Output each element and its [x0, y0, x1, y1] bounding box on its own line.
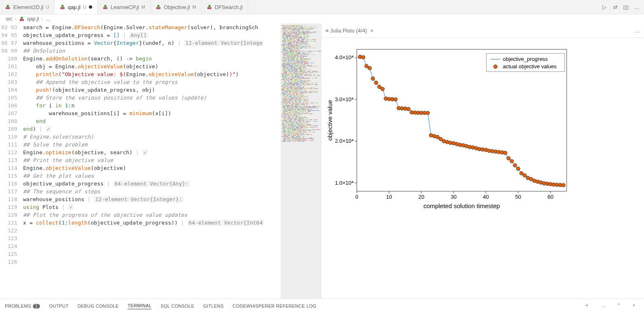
panel-close-icon[interactable]: × [632, 303, 639, 309]
svg-point-69 [520, 172, 523, 175]
svg-text:objective value: objective value [326, 100, 333, 141]
more-icon[interactable]: … [635, 28, 640, 34]
svg-point-25 [377, 85, 381, 89]
svg-point-0 [6, 7, 8, 9]
svg-point-24 [374, 81, 378, 85]
svg-point-44 [439, 137, 443, 141]
svg-point-43 [436, 135, 439, 139]
panel-tab-output[interactable]: OUTPUT [49, 304, 68, 308]
svg-point-22 [368, 66, 372, 70]
panel-tab-terminal[interactable]: TERMINAL [128, 303, 151, 309]
svg-point-14 [208, 5, 210, 7]
tab-qap-jl[interactable]: qap.jlU [55, 0, 98, 14]
panel-tab-debug-console[interactable]: DEBUG CONSOLE [77, 304, 119, 308]
split-editor-icon[interactable]: ▯▯ [623, 4, 629, 10]
svg-point-1 [8, 7, 10, 9]
svg-point-70 [523, 174, 527, 177]
svg-point-12 [207, 7, 209, 9]
chart: 01020304050601.0×10⁴2.0×10⁴3.0×10⁴4.0×10… [324, 41, 575, 214]
svg-point-17 [21, 17, 23, 19]
panel-maximize-icon[interactable]: ⌃ [617, 303, 623, 309]
svg-text:20: 20 [418, 194, 424, 200]
more-icon[interactable]: … [633, 4, 640, 10]
svg-point-5 [61, 5, 63, 7]
crumb-0[interactable]: src [6, 16, 12, 22]
svg-point-64 [503, 151, 507, 155]
run-icon[interactable]: ▷ [601, 4, 608, 10]
modified-dot-icon [89, 5, 92, 9]
tab-actions: ▷ ⇄ ▯▯ … [601, 4, 644, 10]
crumb-2[interactable]: … [46, 16, 51, 22]
svg-point-11 [157, 5, 159, 7]
svg-point-110 [494, 65, 498, 69]
breadcrumb[interactable]: src › qap.jl › … [0, 14, 644, 23]
minimap[interactable] [281, 23, 321, 299]
svg-point-40 [426, 111, 430, 115]
svg-text:completed solution timestep: completed solution timestep [423, 202, 500, 209]
svg-point-66 [510, 159, 514, 163]
plots-panel-title: ≡ Julia Plots (4/4) [325, 28, 367, 34]
svg-text:0: 0 [355, 194, 358, 200]
close-icon[interactable]: × [370, 28, 374, 34]
svg-text:50: 50 [515, 194, 521, 200]
svg-point-7 [105, 7, 107, 9]
code-editor[interactable]: 92 93 94 95 96 97 98 99 100 101 102 103 … [0, 23, 321, 299]
svg-text:40: 40 [483, 194, 489, 200]
svg-point-2 [7, 5, 9, 7]
panel-tab-gitlens[interactable]: GITLENS [203, 304, 223, 308]
svg-point-30 [394, 97, 398, 101]
diff-icon[interactable]: ⇄ [612, 4, 618, 10]
svg-point-4 [63, 7, 65, 9]
svg-point-68 [516, 167, 520, 171]
tab-dfsearch-jl[interactable]: DFSearch.jl [202, 0, 248, 14]
panel-more-icon[interactable]: … [601, 303, 608, 309]
svg-text:3.0×10⁴: 3.0×10⁴ [335, 96, 353, 102]
tab-element2d-jl[interactable]: Element2D.jlU [0, 0, 55, 14]
svg-point-10 [158, 7, 160, 9]
plots-panel: ≡ Julia Plots (4/4) × … 01020304050601.0… [321, 23, 644, 299]
svg-point-9 [156, 7, 158, 9]
svg-text:30: 30 [451, 194, 456, 200]
svg-text:60: 60 [548, 194, 553, 200]
new-terminal-icon[interactable]: + [586, 303, 592, 309]
svg-point-16 [22, 19, 24, 21]
svg-text:objective_progress: objective_progress [503, 56, 548, 62]
panel-tabs: PROBLEMS1OUTPUTDEBUG CONSOLETERMINALSQL … [0, 299, 644, 313]
svg-text:10: 10 [386, 194, 392, 200]
svg-text:2.0×10⁴: 2.0×10⁴ [335, 138, 353, 144]
svg-point-67 [513, 164, 517, 167]
svg-point-3 [60, 7, 62, 9]
svg-text:actual objective values: actual objective values [503, 63, 557, 70]
panel-tab-codewhisperer-reference-log[interactable]: CODEWHISPERER REFERENCE LOG [232, 304, 316, 308]
svg-point-13 [209, 7, 212, 9]
panel-tab-problems[interactable]: PROBLEMS1 [5, 304, 40, 308]
svg-point-21 [365, 64, 368, 68]
svg-point-82 [562, 183, 565, 187]
svg-point-23 [371, 77, 375, 81]
svg-point-65 [507, 156, 510, 160]
svg-point-8 [104, 5, 106, 7]
tab-objective-jl[interactable]: Objective.jlM [151, 0, 202, 14]
svg-point-34 [407, 107, 410, 111]
crumb-1[interactable]: qap.jl [27, 16, 39, 22]
panel-tab-sql-console[interactable]: SQL CONSOLE [160, 304, 194, 308]
svg-point-6 [103, 7, 105, 9]
editor-tabs: Element2D.jlUqap.jlULearnieCP.jlMObjecti… [0, 0, 644, 14]
svg-point-15 [20, 19, 22, 21]
svg-text:4.0×10⁴: 4.0×10⁴ [335, 54, 353, 60]
tab-learniecp-jl[interactable]: LearnieCP.jlM [98, 0, 151, 14]
svg-text:1.0×10⁴: 1.0×10⁴ [335, 180, 353, 186]
svg-point-20 [361, 56, 365, 59]
svg-point-26 [381, 87, 384, 91]
